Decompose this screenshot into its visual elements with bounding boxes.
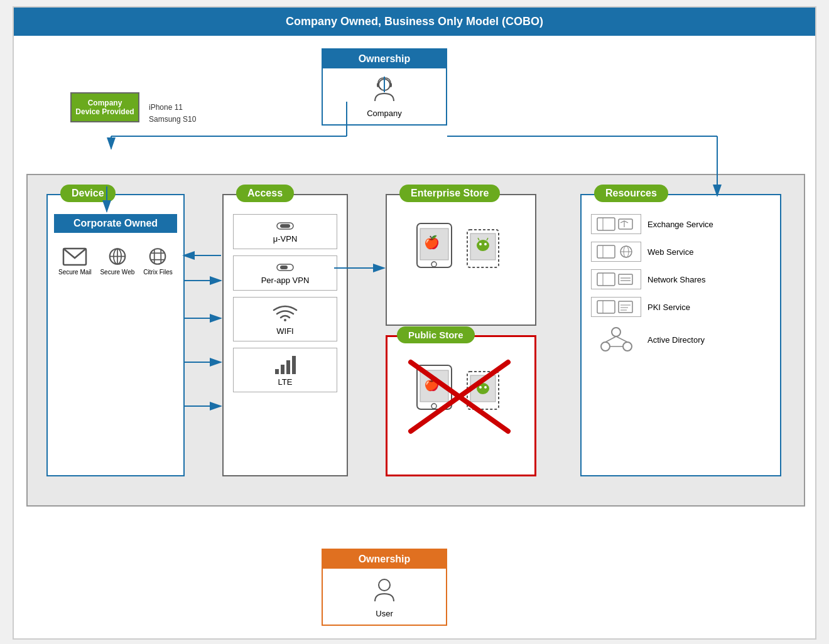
web-service-item: Web Service xyxy=(591,242,771,262)
access-badge: Access xyxy=(236,185,294,202)
ownership-company-title: Ownership xyxy=(323,50,446,68)
svg-rect-53 xyxy=(597,273,615,286)
svg-rect-46 xyxy=(619,219,632,229)
svg-point-66 xyxy=(623,342,632,351)
lte-label: LTE xyxy=(239,377,332,387)
exchange-icon xyxy=(597,217,634,231)
svg-point-70 xyxy=(379,579,390,591)
pki-icon xyxy=(597,300,634,314)
svg-text:🍎: 🍎 xyxy=(424,235,440,250)
enterprise-store-icons: 🍎 xyxy=(387,217,535,291)
lte-item: LTE xyxy=(233,348,337,392)
wifi-label: WIFI xyxy=(239,326,332,336)
secure-web-label: Secure Web xyxy=(100,269,134,276)
secure-mail-label: Secure Mail xyxy=(58,269,92,276)
resources-badge: Resources xyxy=(594,185,668,202)
ownership-user-title: Ownership xyxy=(323,550,446,569)
web-service-icon-box xyxy=(591,242,641,262)
svg-point-41 xyxy=(484,386,487,389)
svg-rect-18 xyxy=(275,369,279,374)
active-directory-label: Active Directory xyxy=(647,335,705,345)
ownership-user-label: User xyxy=(376,609,393,618)
enterprise-store-svg: 🍎 xyxy=(408,217,514,286)
citrix-files-item: Citrix Files xyxy=(139,245,177,276)
active-directory-item: Active Directory xyxy=(591,325,771,355)
pki-service-label: PKI Service xyxy=(647,303,690,312)
web-service-icon xyxy=(597,245,634,259)
svg-point-64 xyxy=(612,328,620,336)
title-text: Company Owned, Business Only Model (COBO… xyxy=(286,15,543,28)
exchange-service-icon-box xyxy=(591,214,641,234)
web-service-label: Web Service xyxy=(647,247,693,257)
muvpn-label: μ-VPN xyxy=(239,234,332,244)
device-panel: Device Corporate Owned Secure Mail xyxy=(46,194,185,476)
ownership-company-box: Ownership Company xyxy=(322,48,447,126)
pki-service-item: PKI Service xyxy=(591,297,771,317)
title-bar: Company Owned, Business Only Model (COBO… xyxy=(14,8,815,36)
public-store-icons: 🍎 xyxy=(387,359,534,439)
svg-rect-16 xyxy=(280,266,288,269)
svg-point-17 xyxy=(284,319,286,321)
device-icons-row: Secure Mail Secure Web xyxy=(48,245,183,276)
device-badge: Device xyxy=(60,185,116,202)
citrix-files-label: Citrix Files xyxy=(143,269,173,276)
svg-point-24 xyxy=(431,262,436,267)
active-directory-icon-box xyxy=(591,325,641,355)
network-shares-icon xyxy=(597,272,634,286)
resources-items: Exchange Service Web Ser xyxy=(582,214,780,355)
network-shares-icon-box xyxy=(591,269,641,289)
pki-service-icon-box xyxy=(591,297,641,317)
svg-point-40 xyxy=(479,386,482,389)
vpn-icon xyxy=(276,220,295,232)
public-store-badge: Public Store xyxy=(397,326,475,343)
svg-rect-60 xyxy=(619,301,632,313)
main-container: Device Corporate Owned Secure Mail xyxy=(26,174,805,507)
network-shares-label: Network Shares xyxy=(647,275,705,284)
vpn-item: μ-VPN xyxy=(233,214,337,249)
wifi-icon xyxy=(239,303,332,326)
svg-rect-1 xyxy=(377,83,379,87)
enterprise-store-badge: Enterprise Store xyxy=(399,185,500,202)
per-app-vpn-icon xyxy=(276,261,295,274)
ownership-company-label: Company xyxy=(367,109,402,118)
svg-rect-21 xyxy=(292,356,296,374)
company-device-box: Company Device Provided xyxy=(70,92,139,122)
svg-rect-2 xyxy=(389,83,392,87)
secure-web-icon xyxy=(105,245,130,267)
svg-rect-44 xyxy=(597,218,615,230)
svg-point-28 xyxy=(477,240,489,251)
access-panel: Access μ-VPN Per-app V xyxy=(222,194,348,476)
user-person-icon xyxy=(369,575,400,606)
ownership-user-body: User xyxy=(323,569,446,625)
secure-mail-icon xyxy=(62,245,87,267)
enterprise-store-panel: Enterprise Store 🍎 xyxy=(386,194,536,326)
lte-icon xyxy=(273,353,298,375)
svg-line-68 xyxy=(616,336,627,342)
exchange-service-item: Exchange Service xyxy=(591,214,771,234)
svg-point-65 xyxy=(601,342,610,351)
company-person-icon xyxy=(369,75,400,106)
svg-point-35 xyxy=(431,404,436,409)
active-directory-icon xyxy=(599,325,634,353)
iphone-label: iPhone 11 xyxy=(149,102,196,114)
ownership-user-box: Ownership User xyxy=(322,549,447,626)
network-shares-item: Network Shares xyxy=(591,269,771,289)
public-store-svg: 🍎 xyxy=(408,359,514,434)
resources-panel: Resources Exchange Service xyxy=(580,194,781,476)
public-store-panel: Public Store 🍎 xyxy=(386,335,536,476)
access-items: μ-VPN Per-app VPN xyxy=(224,214,347,392)
svg-rect-48 xyxy=(597,245,615,258)
svg-rect-55 xyxy=(619,274,632,284)
diagram-wrapper: Company Owned, Business Only Model (COBO… xyxy=(13,6,816,640)
svg-rect-58 xyxy=(597,301,615,313)
device-labels: iPhone 11 Samsung S10 xyxy=(149,102,196,126)
corporate-owned-label: Corporate Owned xyxy=(54,214,177,233)
svg-point-8 xyxy=(150,249,166,264)
svg-rect-19 xyxy=(281,365,284,374)
secure-web-item: Secure Web xyxy=(96,245,139,276)
secure-mail-item: Secure Mail xyxy=(54,245,96,276)
ownership-company-body: Company xyxy=(323,68,446,124)
exchange-service-label: Exchange Service xyxy=(647,220,713,229)
svg-line-67 xyxy=(605,336,616,342)
per-app-vpn-item: Per-app VPN xyxy=(233,255,337,291)
